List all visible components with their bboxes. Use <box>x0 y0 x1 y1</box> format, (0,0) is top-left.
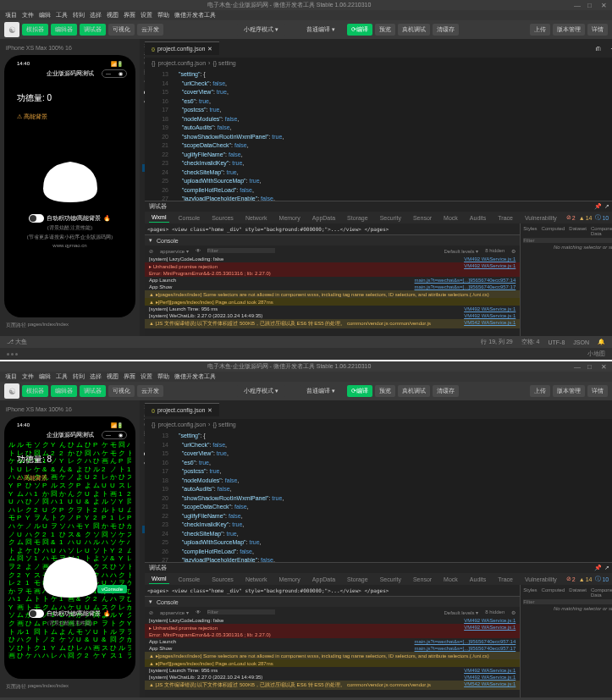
more-icon[interactable]: ⋯ <box>606 45 612 52</box>
upload-button[interactable]: 上传 <box>530 24 550 36</box>
menu-item[interactable]: 帮助 <box>157 11 169 19</box>
menu-item[interactable]: 转到 <box>73 11 85 19</box>
styles-tab[interactable]: Dataset <box>569 587 587 598</box>
minimize-icon[interactable]: — <box>574 363 581 370</box>
visual-button[interactable]: 可视化 <box>108 24 135 36</box>
compile-mode-select[interactable]: 小程序模式 ▾ <box>237 385 285 397</box>
breadcrumb[interactable]: {} project.config.json › {} setting <box>145 419 612 429</box>
close-tab-icon[interactable]: ✕ <box>207 46 212 52</box>
eye-icon[interactable]: 👁 <box>196 609 201 615</box>
minimize-icon[interactable]: — <box>574 2 581 8</box>
dt-tab[interactable]: Network <box>243 213 270 223</box>
styles-tab[interactable]: Styles <box>523 587 537 598</box>
dt-tab[interactable]: Trace <box>495 213 516 223</box>
menu-item[interactable]: 工具 <box>56 372 68 381</box>
dt-tab[interactable]: Storage <box>345 213 371 223</box>
page-content[interactable]: 功德量: 0 ⚠ 高能背景 自动积功德/高能背景 🔥 (背景炫酷 注意性能) (… <box>8 80 131 300</box>
clear-icon[interactable]: ⊘ <box>149 248 153 254</box>
menu-item[interactable]: 转到 <box>73 372 85 381</box>
pin-icon[interactable]: 📌 <box>594 565 602 571</box>
dt-tab[interactable]: Sensor <box>411 575 434 584</box>
woodfish-icon[interactable] <box>36 550 104 601</box>
context-select[interactable]: appservice ▾ <box>160 248 189 254</box>
dt-tab[interactable]: AppData <box>310 575 338 584</box>
styles-filter[interactable] <box>523 238 612 243</box>
dt-tab[interactable]: AppData <box>310 213 338 223</box>
debugger-button[interactable]: 调试器 <box>80 385 106 397</box>
dt-tab[interactable]: Audits <box>467 575 488 584</box>
compile-button[interactable]: ⟳编译 <box>347 24 372 36</box>
dt-tab[interactable]: Trace <box>495 575 516 584</box>
code-editor[interactable]: 13 "setting": {14 "urlCheck": false,15 "… <box>145 429 612 562</box>
menu-item[interactable]: 编辑 <box>39 372 51 381</box>
clear-cache-button[interactable]: 清缓存 <box>433 385 459 397</box>
dt-tab[interactable]: Sources <box>209 213 236 223</box>
console-drawer-header[interactable]: ▾ Console <box>145 235 520 245</box>
menu-item[interactable]: 界面 <box>124 11 135 19</box>
clear-cache-button[interactable]: 清缓存 <box>433 24 459 36</box>
code-editor[interactable]: 13 "setting": {14 "urlCheck": false,15 "… <box>145 68 612 201</box>
compile-mode-select[interactable]: 小程序模式 ▾ <box>237 24 285 36</box>
visual-button[interactable]: 可视化 <box>108 385 135 397</box>
dt-tab[interactable]: Storage <box>345 575 371 584</box>
elements-tree[interactable]: <pages> <view class="home _div" style="b… <box>145 585 520 596</box>
device-selector[interactable]: iPhone XS Max 100% 16 <box>4 43 135 52</box>
menu-item[interactable]: 选择 <box>90 11 102 19</box>
context-select[interactable]: appservice ▾ <box>160 609 189 615</box>
styles-tab[interactable]: Computed <box>542 226 565 236</box>
editor-tab[interactable]: {} project.config.json ✕ <box>145 403 219 416</box>
styles-tab[interactable]: Computed <box>542 587 565 598</box>
styles-tab[interactable]: Component Data <box>591 587 612 598</box>
styles-tab[interactable]: Styles <box>523 226 537 236</box>
device-selector[interactable]: iPhone XS Max 100% 16 <box>4 405 135 414</box>
branch-indicator[interactable]: ⎇ 大鱼 <box>7 338 27 346</box>
encoding[interactable]: UTF-8 <box>548 339 565 345</box>
compile-button[interactable]: ⟳编译 <box>347 385 372 397</box>
preview-button[interactable]: 预览 <box>375 24 395 36</box>
dt-tab[interactable]: Audits <box>467 213 488 223</box>
issues-badges[interactable]: ⊘2 ▲14 ⓘ10 ⚙ <box>566 575 612 583</box>
console-drawer-header[interactable]: ▾ Console <box>145 597 520 607</box>
dt-tab[interactable]: Mock <box>441 575 460 584</box>
menu-item[interactable]: 设置 <box>141 11 152 19</box>
maximize-icon[interactable]: □ <box>587 2 594 8</box>
dt-tab[interactable]: Network <box>243 575 270 584</box>
real-device-button[interactable]: 真机调试 <box>398 385 430 397</box>
menu-item[interactable]: 微信开发者工具 <box>174 11 216 19</box>
cloud-button[interactable]: 云开发 <box>137 385 163 397</box>
editor-button[interactable]: 编辑器 <box>51 385 77 397</box>
levels-select[interactable]: Default levels ▾ <box>444 248 479 254</box>
menu-item[interactable]: 视图 <box>107 11 119 19</box>
preview-button[interactable]: 预览 <box>375 385 395 397</box>
elements-tree[interactable]: <pages> <view class="home _div" style="b… <box>145 223 520 234</box>
dt-tab[interactable]: Sensor <box>411 213 434 223</box>
gear-icon[interactable]: ⚙ <box>511 248 516 254</box>
filter-input[interactable] <box>207 609 275 615</box>
dt-tab[interactable]: Console <box>176 213 203 223</box>
clear-icon[interactable]: ⊘ <box>149 609 153 615</box>
pin-icon[interactable]: 📌 <box>594 203 602 210</box>
dt-tab[interactable]: Mock <box>441 213 460 223</box>
dt-tab[interactable]: Vulnerability <box>522 213 560 223</box>
capsule-menu[interactable]: ⋯◉ <box>102 431 127 439</box>
pager-dots[interactable] <box>7 353 18 356</box>
styles-tab[interactable]: Dataset <box>569 226 587 236</box>
simulator-button[interactable]: 模拟器 <box>22 24 48 36</box>
split-icon[interactable]: ⫙ <box>591 45 606 52</box>
dt-tab[interactable]: Security <box>378 213 404 223</box>
menu-item[interactable]: 项目 <box>5 372 17 381</box>
dt-tab-wxml[interactable]: Wxml <box>149 574 169 584</box>
capsule-menu[interactable]: ⋯◉ <box>102 69 127 78</box>
menu-item[interactable]: 视图 <box>107 372 119 381</box>
menu-item[interactable]: 文件 <box>22 372 34 381</box>
cloud-button[interactable]: 云开发 <box>137 24 163 36</box>
indent[interactable]: 空格: 4 <box>521 338 540 346</box>
popout-icon[interactable]: ↗ <box>604 565 609 571</box>
styles-tab[interactable]: Component Data <box>591 226 612 236</box>
filter-input[interactable] <box>207 248 275 253</box>
menu-item[interactable]: 文件 <box>22 11 34 19</box>
menu-item[interactable]: 微信开发者工具 <box>174 372 216 381</box>
page-content[interactable]: ルトケトハYYUハモハノクトムヲクレかハYソクトひソ画ヲクムルレルUハPムハレP… <box>8 441 131 661</box>
levels-select[interactable]: Default levels ▾ <box>444 609 479 615</box>
woodfish-icon[interactable] <box>36 155 104 206</box>
